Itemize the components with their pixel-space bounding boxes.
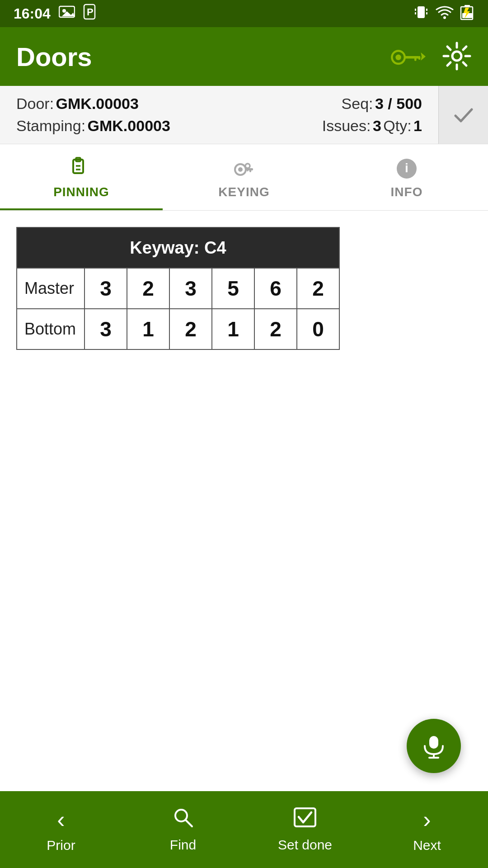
- vibrate-icon: [413, 4, 429, 24]
- svg-line-26: [447, 47, 450, 50]
- battery-icon: [460, 4, 474, 24]
- bottom-row: Bottom 3 1 2 1 2 0: [17, 309, 339, 349]
- svg-text:i: i: [405, 161, 408, 175]
- stamping-value: GMK.00003: [88, 117, 170, 134]
- nav-set-done[interactable]: Set done: [244, 807, 366, 853]
- master-val-2: 2: [127, 268, 169, 309]
- issues-label: Issues:: [322, 117, 371, 134]
- master-row: Master 3 2 3 5 6 2: [17, 268, 339, 309]
- find-icon: [173, 807, 193, 833]
- svg-text:P: P: [87, 6, 94, 18]
- svg-rect-17: [404, 56, 419, 58]
- status-time: 16:04: [14, 5, 51, 22]
- svg-rect-37: [249, 168, 251, 172]
- svg-rect-47: [295, 808, 315, 826]
- parking-icon: P: [83, 4, 96, 24]
- pinning-table: Keyway: C4 Master 3 2 3 5 6 2 Bottom 3 1: [16, 227, 340, 350]
- seq-label: Seq:: [342, 95, 373, 112]
- nav-prior[interactable]: ‹ Prior: [0, 806, 122, 853]
- info-bar: Door: GMK.00003 Seq: 3 / 500 Stamping: G…: [0, 86, 488, 144]
- bottom-val-4: 1: [212, 309, 254, 349]
- svg-rect-9: [426, 12, 427, 14]
- qty-label: Qty:: [383, 117, 411, 134]
- master-val-5: 6: [254, 268, 297, 309]
- tab-keying-label: KEYING: [218, 185, 269, 199]
- door-value: GMK.00003: [56, 95, 139, 112]
- bottom-val-5: 2: [254, 309, 297, 349]
- wifi-icon: [436, 5, 454, 23]
- svg-point-35: [238, 167, 243, 172]
- app-title: Doors: [16, 42, 92, 72]
- bottom-val-6: 0: [297, 309, 339, 349]
- prior-label: Prior: [47, 838, 75, 853]
- tab-info-label: INFO: [391, 185, 423, 199]
- svg-line-27: [463, 62, 466, 66]
- svg-point-38: [245, 164, 250, 168]
- nav-next[interactable]: › Next: [366, 806, 488, 853]
- tab-info[interactable]: i INFO: [325, 144, 488, 210]
- svg-line-29: [447, 62, 450, 66]
- svg-line-28: [463, 47, 466, 50]
- master-val-3: 3: [169, 268, 212, 309]
- keyway-header: Keyway: C4: [17, 227, 339, 268]
- svg-rect-19: [418, 56, 420, 60]
- next-icon: ›: [423, 806, 431, 833]
- bottom-nav: ‹ Prior Find Set done › Next: [0, 791, 488, 868]
- svg-line-46: [186, 820, 192, 826]
- tabs: PINNING KEYING i INFO: [0, 144, 488, 211]
- check-button[interactable]: [438, 86, 488, 144]
- prior-icon: ‹: [57, 806, 65, 833]
- app-bar: Doors: [0, 27, 488, 86]
- bottom-val-3: 2: [169, 309, 212, 349]
- bottom-label: Bottom: [17, 309, 84, 349]
- door-label: Door:: [16, 95, 54, 112]
- nav-find[interactable]: Find: [122, 807, 244, 853]
- bottom-val-1: 3: [84, 309, 127, 349]
- bottom-val-2: 1: [127, 309, 169, 349]
- svg-rect-12: [465, 5, 470, 7]
- master-val-6: 2: [297, 268, 339, 309]
- tab-pinning-label: PINNING: [53, 185, 109, 199]
- microphone-fab[interactable]: [407, 719, 461, 773]
- next-label: Next: [413, 838, 441, 853]
- tab-keying[interactable]: KEYING: [163, 144, 325, 210]
- svg-rect-6: [415, 9, 416, 11]
- master-val-1: 3: [84, 268, 127, 309]
- svg-point-16: [395, 55, 401, 60]
- settings-button[interactable]: [442, 41, 472, 72]
- tab-pinning[interactable]: PINNING: [0, 144, 163, 210]
- svg-rect-18: [414, 56, 416, 61]
- qty-value: 1: [413, 117, 422, 134]
- svg-marker-20: [421, 52, 426, 61]
- set-done-icon: [293, 807, 317, 833]
- svg-rect-42: [429, 736, 438, 749]
- status-bar: 16:04 P: [0, 0, 488, 27]
- svg-rect-7: [426, 9, 427, 11]
- master-val-4: 5: [212, 268, 254, 309]
- svg-rect-8: [415, 12, 416, 14]
- svg-rect-5: [418, 6, 425, 18]
- master-label: Master: [17, 268, 84, 309]
- svg-point-21: [452, 52, 461, 61]
- set-done-label: Set done: [278, 837, 332, 853]
- find-label: Find: [170, 837, 196, 853]
- image-icon: [59, 5, 75, 22]
- seq-value: 3 / 500: [375, 95, 422, 112]
- svg-point-10: [443, 16, 446, 19]
- content-area: Keyway: C4 Master 3 2 3 5 6 2 Bottom 3 1: [0, 211, 488, 868]
- key-forward-icon[interactable]: [389, 43, 426, 70]
- issues-value: 3: [373, 117, 381, 134]
- stamping-label: Stamping:: [16, 117, 85, 134]
- svg-point-1: [62, 9, 66, 13]
